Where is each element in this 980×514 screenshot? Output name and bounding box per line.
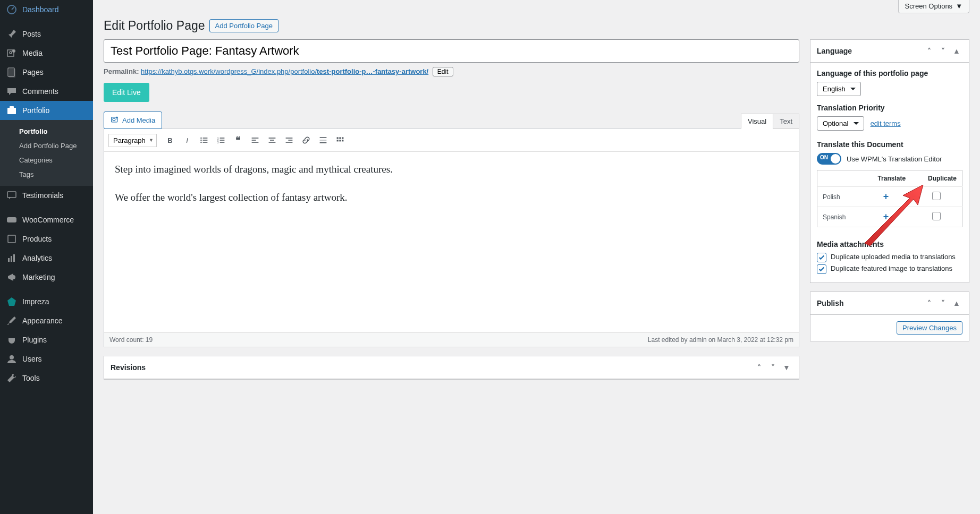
screen-options-button[interactable]: Screen Options ▼ (898, 0, 969, 13)
submenu-portfolio-list[interactable]: Portfolio (0, 124, 93, 139)
comment-icon (6, 86, 17, 97)
menu-plugins[interactable]: Plugins (0, 330, 93, 349)
add-portfolio-page-button[interactable]: Add Portfolio Page (209, 19, 278, 32)
translate-plus-icon[interactable]: + (883, 191, 889, 202)
permalink-link[interactable]: https://kathyb.otgs.work/wordpress_G/ind… (141, 67, 428, 75)
menu-label: Media (22, 49, 43, 57)
svg-rect-28 (252, 140, 256, 141)
svg-rect-4 (7, 108, 16, 114)
content-editor[interactable]: Step into imagined worlds of dragons, ma… (104, 152, 799, 332)
submenu-portfolio-add[interactable]: Add Portfolio Page (0, 139, 93, 153)
menu-users[interactable]: Users (0, 349, 93, 369)
submenu-portfolio-categories[interactable]: Categories (0, 153, 93, 167)
move-up-button[interactable]: ˄ (753, 362, 765, 373)
priority-select[interactable]: Optional (817, 116, 864, 131)
svg-rect-26 (220, 142, 225, 143)
svg-rect-29 (252, 142, 259, 143)
translation-editor-toggle[interactable] (817, 153, 841, 165)
move-up-button[interactable]: ˄ (923, 297, 935, 309)
italic-button[interactable]: I (179, 132, 195, 148)
revisions-panel: Revisions ˄ ˅ ▼ (104, 356, 799, 380)
content-paragraph: Step into imagined worlds of dragons, ma… (115, 161, 788, 177)
move-up-button[interactable]: ˄ (923, 45, 935, 57)
edit-slug-button[interactable]: Edit (433, 67, 453, 76)
toolbar-toggle-button[interactable] (332, 132, 348, 148)
analytics-icon (6, 253, 17, 263)
language-select[interactable]: English (817, 82, 861, 96)
move-down-button[interactable]: ˅ (767, 362, 779, 373)
language-label: Language of this portfolio page (817, 69, 962, 78)
content-paragraph: We offer the world's largest collection … (115, 190, 788, 205)
pin-icon (6, 29, 17, 39)
menu-label: Dashboard (22, 5, 59, 14)
menu-label: Analytics (22, 254, 52, 262)
block-format-select[interactable]: Paragraph (108, 134, 157, 147)
dashboard-icon (6, 4, 17, 15)
toggle-panel-button[interactable]: ▼ (781, 362, 792, 373)
edit-terms-link[interactable]: edit terms (871, 119, 901, 127)
svg-rect-10 (11, 256, 12, 262)
move-down-button[interactable]: ˅ (937, 45, 949, 57)
bold-button[interactable]: B (162, 132, 178, 148)
menu-posts[interactable]: Posts (0, 24, 93, 44)
svg-point-1 (12, 49, 15, 53)
edit-live-button[interactable]: Edit Live (104, 83, 149, 102)
duplicate-checkbox[interactable] (932, 192, 941, 200)
add-media-button[interactable]: Add Media (104, 112, 162, 129)
svg-rect-38 (320, 142, 327, 143)
menu-dashboard[interactable]: Dashboard (0, 0, 93, 19)
menu-appearance[interactable]: Appearance (0, 311, 93, 330)
align-left-button[interactable] (247, 132, 263, 148)
align-right-button[interactable] (281, 132, 297, 148)
menu-comments[interactable]: Comments (0, 82, 93, 101)
move-down-button[interactable]: ˅ (937, 297, 949, 309)
svg-rect-42 (337, 140, 339, 141)
dup-media-checkbox[interactable] (817, 253, 826, 262)
submenu-portfolio-tags[interactable]: Tags (0, 167, 93, 182)
menu-impreza[interactable]: Impreza (0, 292, 93, 311)
menu-analytics[interactable]: Analytics (0, 249, 93, 268)
svg-point-12 (10, 355, 14, 359)
tab-visual[interactable]: Visual (741, 114, 773, 129)
svg-rect-41 (342, 137, 343, 139)
post-title-input[interactable] (104, 39, 799, 63)
svg-rect-22 (220, 138, 225, 139)
menu-label: Comments (22, 87, 58, 96)
svg-rect-8 (8, 235, 15, 243)
svg-rect-36 (320, 137, 327, 138)
blockquote-button[interactable]: ❝ (230, 132, 246, 148)
toggle-label: Use WPML's Translation Editor (847, 155, 942, 163)
link-button[interactable] (298, 132, 314, 148)
preview-changes-button[interactable]: Preview Changes (897, 321, 962, 335)
svg-text:3: 3 (217, 141, 219, 144)
duplicate-checkbox[interactable] (932, 212, 941, 220)
menu-testimonials[interactable]: Testimonials (0, 186, 93, 205)
menu-tools[interactable]: Tools (0, 369, 93, 388)
menu-marketing[interactable]: Marketing (0, 268, 93, 287)
woocommerce-icon (6, 215, 17, 225)
camera-icon (111, 115, 119, 125)
svg-point-13 (113, 118, 115, 121)
menu-media[interactable]: Media (0, 44, 93, 63)
svg-rect-16 (203, 138, 208, 139)
toggle-panel-button[interactable]: ▲ (951, 45, 962, 57)
menu-products[interactable]: Products (0, 229, 93, 249)
numbered-list-button[interactable]: 123 (213, 132, 229, 148)
readmore-button[interactable] (315, 132, 331, 148)
bullet-list-button[interactable] (196, 132, 212, 148)
translate-plus-icon[interactable]: + (883, 211, 889, 222)
menu-pages[interactable]: Pages (0, 63, 93, 82)
svg-rect-9 (8, 258, 10, 262)
svg-rect-11 (13, 254, 15, 262)
svg-rect-37 (320, 140, 327, 141)
menu-woocommerce[interactable]: WooCommerce (0, 210, 93, 229)
dup-featured-checkbox[interactable] (817, 264, 826, 274)
toggle-panel-button[interactable]: ▲ (951, 297, 962, 309)
svg-rect-20 (203, 142, 208, 143)
align-center-button[interactable] (264, 132, 280, 148)
menu-portfolio[interactable]: Portfolio (0, 101, 93, 120)
menu-label: Products (22, 235, 52, 243)
tab-text[interactable]: Text (773, 114, 799, 129)
impreza-icon (6, 296, 17, 307)
menu-label: Appearance (22, 316, 63, 325)
